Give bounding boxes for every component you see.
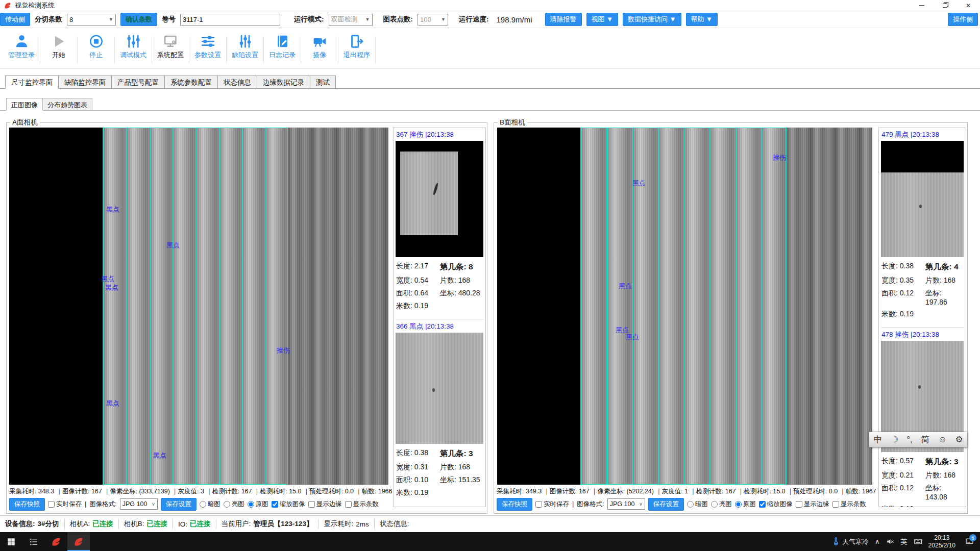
close-button[interactable]: ✕ <box>957 0 980 11</box>
zoom-image-checkbox[interactable]: 缩放图像 <box>272 500 305 509</box>
snapshot-button[interactable]: 保存快照 <box>9 498 45 511</box>
original-image-radio[interactable]: 原图 <box>248 500 268 509</box>
ime-settings-gear-icon[interactable]: ⚙ <box>955 434 963 445</box>
radio[interactable] <box>687 501 694 508</box>
show-edges-checkbox[interactable]: 显示边缘 <box>796 500 829 509</box>
show-edges-checkbox[interactable]: 显示边缘 <box>308 500 342 509</box>
radio[interactable] <box>248 501 254 508</box>
camera-b-label: 相机B: <box>124 519 144 529</box>
help-menu-button[interactable]: 帮助 ▼ <box>686 13 718 26</box>
defect-thumbnail[interactable] <box>881 141 964 257</box>
checkbox[interactable] <box>272 501 278 508</box>
start-button[interactable] <box>0 532 22 551</box>
slit-count-label: 分切条数 <box>35 15 62 24</box>
log-record-button[interactable]: 日志记录 <box>264 30 301 60</box>
radio[interactable] <box>200 501 206 508</box>
defect-thumbnail[interactable] <box>396 333 483 444</box>
clock-widget[interactable]: 20:13 2025/2/10 <box>928 534 955 549</box>
show-strips-checkbox[interactable]: 显示条数 <box>345 500 379 509</box>
defect-card: 478 挫伤 |20:13:38 长度: 0.57 第几条: 3 宽度: 0.2… <box>881 327 964 507</box>
bright-image-radio[interactable]: 亮图 <box>711 500 732 509</box>
bright-image-radio[interactable]: 亮图 <box>224 500 244 509</box>
checkbox[interactable] <box>345 501 352 508</box>
exit-program-button[interactable]: 退出程序 <box>338 30 375 60</box>
data-quick-access-menu-button[interactable]: 数据快捷访问 ▼ <box>623 13 681 26</box>
defect-stats: 长度: 0.38 第几条: 4 宽度: 0.35 片数: 168 面积: 0.1… <box>881 257 964 321</box>
view-menu-button[interactable]: 视图 ▼ <box>586 13 618 26</box>
minimize-button[interactable] <box>910 0 933 11</box>
tab-size-monitor[interactable]: 尺寸监控界面 <box>5 76 59 89</box>
start-button[interactable]: 开始 <box>40 30 77 60</box>
weather-widget[interactable]: 天气寒冷 <box>831 537 869 546</box>
realtime-save-checkbox[interactable]: 实时保存 <box>535 500 569 509</box>
checkbox[interactable] <box>759 501 766 508</box>
defect-settings-button[interactable]: 缺陷设置 <box>227 30 263 60</box>
save-settings-button[interactable]: 保存设置 <box>161 498 197 511</box>
stop-button[interactable]: 停止 <box>78 30 114 60</box>
ime-chinese-mode[interactable]: 中 <box>873 434 882 445</box>
window-controls: ✕ <box>910 0 980 11</box>
touch-keyboard-icon[interactable] <box>914 537 922 546</box>
system-config-button[interactable]: 系统配置 <box>152 30 189 60</box>
dark-image-radio[interactable]: 暗图 <box>687 500 708 509</box>
run-mode-select[interactable]: 双面检测 ▼ <box>329 14 373 26</box>
ime-emoji-icon[interactable]: ☺ <box>938 435 947 445</box>
image-format-select[interactable]: JPG 100∨ <box>607 498 645 510</box>
realtime-save-checkbox[interactable]: 实时保存 <box>48 500 82 509</box>
ime-simplified-mode[interactable]: 简 <box>921 434 929 445</box>
capture-button[interactable]: 摄像 <box>301 30 338 60</box>
drive-side-button[interactable]: 传动侧 <box>0 13 30 26</box>
defect-thumbnail[interactable] <box>396 141 483 257</box>
roll-number-input[interactable] <box>180 14 280 26</box>
operator-side-button[interactable]: 操作侧 <box>948 13 978 26</box>
radio[interactable] <box>735 501 742 508</box>
chart-points-select[interactable]: 100 ▼ <box>418 14 448 26</box>
save-settings-button[interactable]: 保存设置 <box>648 498 684 511</box>
radio[interactable] <box>711 501 718 508</box>
debug-mode-button[interactable]: 调试模式 <box>115 30 152 60</box>
tab-system-param-config[interactable]: 系统参数配置 <box>165 76 218 89</box>
tab-product-model-config[interactable]: 产品型号配置 <box>112 76 165 89</box>
radio[interactable] <box>224 501 230 508</box>
subtab-trend-chart[interactable]: 分布趋势图表 <box>43 98 92 111</box>
tab-test[interactable]: 测试 <box>310 76 336 89</box>
tool-label: 管理登录 <box>8 51 35 60</box>
task-view-button[interactable] <box>22 532 45 551</box>
action-center-button[interactable]: 6 <box>962 532 977 551</box>
defect-card: 479 黑点 |20:13:38 长度: 0.38 第几条: 4 宽度: 0.3… <box>881 129 964 321</box>
checkbox[interactable] <box>796 501 802 508</box>
ime-halfmoon-icon[interactable]: ☽ <box>891 434 898 445</box>
subtab-front-image[interactable]: 正面图像 <box>6 98 43 111</box>
defect-mark <box>919 205 922 208</box>
image-format-select[interactable]: JPG 100∨ <box>120 498 158 510</box>
dark-image-radio[interactable]: 暗图 <box>200 500 220 509</box>
tab-edge-data-record[interactable]: 边缘数据记录 <box>257 76 310 89</box>
confirm-count-button[interactable]: 确认条数 <box>120 13 157 26</box>
window-title: 视觉检测系统 <box>15 1 55 10</box>
snapshot-button[interactable]: 保存快照 <box>497 498 532 511</box>
input-language-indicator[interactable]: 英 <box>901 537 908 546</box>
checkbox[interactable] <box>308 501 315 508</box>
defect-stats: 长度: 0.57 第几条: 3 宽度: 0.21 片数: 168 面积: 0.1… <box>881 452 964 507</box>
speaker-muted-icon[interactable] <box>886 537 895 546</box>
clock-time: 20:13 <box>928 534 955 542</box>
running-app-button[interactable] <box>67 532 90 551</box>
display-time-value: 2ms <box>356 520 369 528</box>
restore-button[interactable] <box>933 0 957 11</box>
original-image-radio[interactable]: 原图 <box>735 500 756 509</box>
tab-status-info[interactable]: 状态信息 <box>218 76 257 89</box>
parameter-settings-button[interactable]: 参数设置 <box>189 30 226 60</box>
clear-alarm-button[interactable]: 清除报警 <box>545 13 582 26</box>
tray-expand-caret[interactable]: ∧ <box>875 538 880 545</box>
pinned-app-button[interactable] <box>45 532 67 551</box>
checkbox[interactable] <box>535 501 542 508</box>
dark-image-label: 暗图 <box>208 500 220 509</box>
admin-login-button[interactable]: 管理登录 <box>3 30 40 60</box>
zoom-image-checkbox[interactable]: 缩放图像 <box>759 500 793 509</box>
show-strips-checkbox[interactable]: 显示条数 <box>832 500 866 509</box>
checkbox[interactable] <box>832 501 839 508</box>
slit-count-select[interactable]: 8 ▼ <box>67 14 116 26</box>
tab-defect-monitor[interactable]: 缺陷监控界面 <box>59 76 112 89</box>
checkbox[interactable] <box>48 501 55 508</box>
ime-punctuation-icon[interactable]: °, <box>906 435 913 445</box>
